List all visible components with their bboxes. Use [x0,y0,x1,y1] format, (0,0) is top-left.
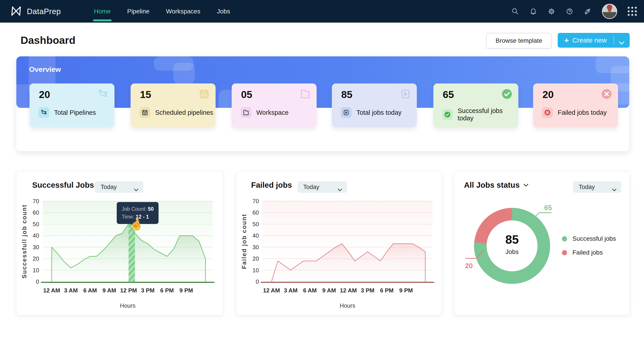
tab-workspaces[interactable]: Workspaces [166,0,200,23]
stat-card-total-pipelines[interactable]: 20 Total Pipelines [30,84,114,127]
stat-card-scheduled-pipelines[interactable]: 15 Scheduled pipelines [130,84,216,127]
failed-jobs-title: Failed jobs [251,181,292,189]
stat-card-workspace[interactable]: 05 Workspace [232,84,317,127]
notifications-bell-icon[interactable] [530,8,537,15]
dataprep-logo-icon [10,4,23,19]
rocket-whats-new-icon[interactable] [584,8,592,15]
chevron-down-icon [134,186,138,193]
create-new-button[interactable]: + Create new [558,33,630,48]
svg-text:70: 70 [252,198,259,204]
svg-text:30: 30 [252,244,259,251]
svg-text:Failed job count: Failed job count [241,214,248,269]
tab-jobs[interactable]: Jobs [217,0,230,23]
all-jobs-status-card: All Jobs status Today 85Jobs6520 Success… [454,171,630,315]
svg-text:12 PM: 12 PM [120,287,137,294]
svg-text:10: 10 [252,267,259,274]
svg-text:12 AM: 12 AM [263,287,280,294]
donut-legend: Successful jobs Failed jobs [562,235,616,263]
svg-text:Successfull job count: Successfull job count [21,204,28,278]
top-navbar: DataPrep Home Pipeline Workspaces Jobs [0,0,644,23]
svg-text:6 PM: 6 PM [160,287,174,294]
folder-badge-icon [240,107,251,118]
svg-text:50: 50 [33,221,39,227]
successful-jobs-title: Successful Jobs [32,181,94,189]
chevron-down-icon[interactable] [619,39,624,46]
svg-text:9 PM: 9 PM [180,287,193,294]
failed-jobs-area-chart[interactable]: 01020304050607012 AM3 AM6 AM9 AM12 AM3 P… [240,193,438,314]
svg-text:40: 40 [252,232,259,239]
stat-card-failed-jobs[interactable]: 20 Failed jobs today [533,84,618,127]
legend-dot-successful [562,236,567,241]
legend-dot-failed [562,250,567,255]
svg-text:Hours: Hours [340,302,355,309]
calendar-icon [198,88,210,100]
svg-text:20: 20 [252,255,259,262]
search-icon[interactable] [512,8,519,15]
successful-jobs-range-dropdown[interactable]: Today [95,181,143,193]
svg-text:10: 10 [33,267,39,274]
overview-title: Overview [29,65,61,74]
pipeline-icon [98,88,109,100]
calendar-badge-icon [140,107,150,118]
browse-template-button[interactable]: Browse template [486,33,552,49]
settings-gear-icon[interactable] [548,8,555,15]
pipeline-badge-icon [38,107,49,118]
button-divider [614,36,614,45]
svg-text:20: 20 [33,255,39,262]
nav-tabs: Home Pipeline Workspaces Jobs [94,0,230,23]
successful-jobs-card: Successful Jobs Today 01020304050607012 … [16,171,223,315]
brand[interactable]: DataPrep [10,0,61,23]
folder-icon [300,88,311,100]
svg-text:3 PM: 3 PM [361,287,374,294]
svg-text:60: 60 [252,209,259,216]
svg-text:70: 70 [33,198,39,204]
brand-name: DataPrep [27,7,61,16]
overview-panel: Overview 20 Total Pipelines 15 [16,56,629,151]
svg-text:85: 85 [505,233,519,246]
svg-text:3 PM: 3 PM [141,287,155,294]
hovered-hour-band [128,224,135,282]
legend-item-successful: Successful jobs [562,235,616,242]
user-avatar[interactable] [602,4,617,19]
banner-decoration [173,63,195,84]
svg-text:20: 20 [465,262,473,270]
failed-jobs-range-dropdown[interactable]: Today [298,181,347,193]
svg-text:9 AM: 9 AM [322,287,336,294]
svg-text:60: 60 [33,209,39,216]
svg-text:12 AM: 12 AM [340,287,357,294]
job-run-badge-icon [341,107,352,118]
svg-text:3 AM: 3 AM [284,287,298,294]
svg-text:12 AM: 12 AM [43,287,60,294]
svg-text:65: 65 [544,204,552,212]
help-icon[interactable] [566,8,573,15]
x-circle-badge-icon [542,107,553,118]
svg-text:9 AM: 9 AM [102,287,116,294]
svg-text:9 PM: 9 PM [399,287,413,294]
legend-item-failed: Failed jobs [562,249,616,256]
stat-card-successful-jobs[interactable]: 65 Successful jobs today [433,84,518,127]
svg-text:Jobs: Jobs [505,248,518,255]
svg-text:6 AM: 6 AM [83,287,97,294]
tab-pipeline[interactable]: Pipeline [127,0,150,23]
svg-text:30: 30 [33,244,39,251]
svg-text:50: 50 [252,221,259,227]
page-title: Dashboard [20,34,76,46]
failed-jobs-card: Failed jobs Today 01020304050607012 AM3 … [236,171,442,315]
svg-text:3 AM: 3 AM [64,287,78,294]
x-circle-icon [601,88,612,100]
svg-text:0: 0 [256,278,259,285]
svg-text:6 AM: 6 AM [303,287,317,294]
stat-card-total-jobs[interactable]: 85 Total jobs today [332,84,417,127]
chevron-down-icon [338,186,342,193]
svg-text:6 PM: 6 PM [380,287,394,294]
check-circle-badge-icon [442,109,452,120]
plus-icon: + [564,37,569,44]
job-run-icon [400,88,411,100]
svg-text:0: 0 [36,278,39,285]
tab-home[interactable]: Home [94,0,111,23]
svg-text:40: 40 [33,232,39,239]
nav-icon-group [512,0,637,23]
svg-text:Hours: Hours [120,302,135,309]
check-circle-icon [501,88,512,100]
apps-grid-icon[interactable] [628,7,637,16]
